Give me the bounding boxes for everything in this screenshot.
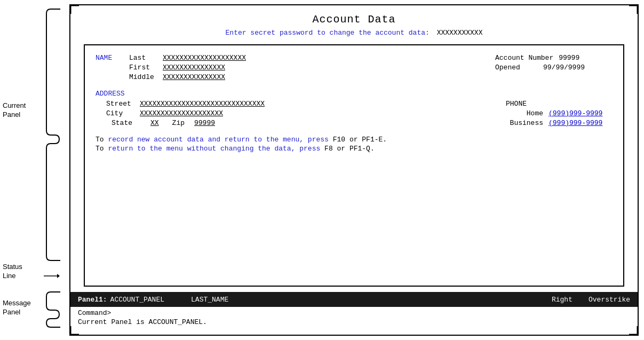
status-panel-label: Panel1: — [78, 296, 107, 304]
current-panel-brace — [45, 8, 61, 262]
instr2-key: F8 or PF1-Q. — [324, 145, 375, 153]
subtitle-row: Enter secret password to change the acco… — [84, 29, 624, 37]
corner-tl — [69, 4, 80, 15]
address-phone-row: Street XXXXXXXXXXXXXXXXXXXXXXXXXXXXXX Ci… — [96, 100, 613, 127]
street-row: Street XXXXXXXXXXXXXXXXXXXXXXXXXXXXXX — [96, 100, 265, 108]
svg-marker-1 — [57, 274, 60, 278]
name-middle-row: Middle XXXXXXXXXXXXXXX — [96, 73, 246, 81]
status-field-name: LAST_NAME — [191, 296, 552, 304]
instr2-to: To — [96, 145, 104, 153]
inner-panel: NAME Last XXXXXXXXXXXXXXXXXXXX First XXX… — [84, 44, 624, 287]
city-label: City — [106, 109, 136, 117]
state-value[interactable]: XX — [150, 119, 159, 127]
current-panel-annotation: Current Panel — [3, 101, 26, 120]
phone-label: PHONE — [506, 100, 613, 108]
business-value[interactable]: (999)999-9999 — [548, 119, 602, 127]
first-field-label: First — [129, 64, 158, 72]
name-section-label: NAME — [96, 54, 125, 62]
state-zip-row: State XX Zip 99999 — [96, 119, 265, 127]
name-fields: NAME Last XXXXXXXXXXXXXXXXXXXX First XXX… — [96, 54, 246, 81]
phone-home-row: Home (999)999-9999 — [506, 109, 613, 117]
opened-label: Opened — [495, 64, 538, 72]
middle-field-value[interactable]: XXXXXXXXXXXXXXX — [163, 73, 225, 81]
phone-business-row: Business (999)999-9999 — [506, 119, 613, 127]
city-value[interactable]: XXXXXXXXXXXXXXXXXXXX — [140, 109, 223, 117]
account-number-row: Account Number 99999 — [495, 54, 613, 62]
message-panel: Command> Current Panel is ACCOUNT_PANEL. — [70, 307, 638, 335]
status-line: Panel1: ACCOUNT_PANEL LAST_NAME Right Ov… — [70, 292, 638, 307]
subtitle-value: XXXXXXXXXXX — [437, 29, 483, 37]
address-section: ADDRESS Street XXXXXXXXXXXXXXXXXXXXXXXXX… — [96, 90, 613, 127]
status-direction: Right — [552, 296, 573, 304]
address-label: ADDRESS — [96, 90, 613, 98]
middle-field-label: Middle — [129, 73, 158, 81]
instr1-rest: record new account data and return to th… — [104, 136, 333, 144]
message-line-2: Current Panel is ACCOUNT_PANEL. — [78, 318, 630, 326]
subtitle-static: Enter secret password to change the acco… — [226, 29, 430, 37]
message-panel-brace — [45, 291, 61, 328]
account-opened-row: Opened 99/99/9999 — [495, 64, 613, 72]
last-field-label: Last — [129, 54, 158, 62]
address-fields: Street XXXXXXXXXXXXXXXXXXXXXXXXXXXXXX Ci… — [96, 100, 265, 127]
last-field-value[interactable]: XXXXXXXXXXXXXXXXXXXX — [163, 54, 246, 62]
zip-value[interactable]: 99999 — [194, 119, 215, 127]
home-label: Home — [506, 109, 543, 117]
business-label: Business — [506, 119, 543, 127]
first-field-value[interactable]: XXXXXXXXXXXXXXX — [163, 64, 225, 72]
status-panel-name: ACCOUNT_PANEL — [110, 296, 164, 304]
city-row: City XXXXXXXXXXXXXXXXXXXX — [96, 109, 265, 117]
instr2-rest: return to the menu without changing the … — [104, 145, 324, 153]
state-label: State — [112, 119, 141, 127]
message-panel-annotation: MessagePanel — [3, 299, 31, 317]
instr1-key: F10 or PF1-E. — [333, 136, 387, 144]
account-info: Account Number 99999 Opened 99/99/9999 — [495, 54, 613, 72]
status-mode: Overstrike — [589, 296, 630, 304]
message-line-1: Command> — [78, 309, 630, 317]
status-line-annotation: StatusLine — [3, 263, 22, 281]
name-first-row: First XXXXXXXXXXXXXXX — [96, 64, 246, 72]
name-last-row: NAME Last XXXXXXXXXXXXXXXXXXXX — [96, 54, 246, 62]
instructions-section: To record new account data and return to… — [96, 136, 613, 153]
corner-tr — [628, 4, 639, 15]
street-value[interactable]: XXXXXXXXXXXXXXXXXXXXXXXXXXXXXX — [140, 100, 265, 108]
opened-value: 99/99/9999 — [543, 64, 585, 72]
instruction-line-2: To return to the menu without changing t… — [96, 145, 613, 153]
account-number-value: 99999 — [559, 54, 579, 62]
corner-bl — [69, 325, 80, 336]
zip-label: Zip — [172, 119, 185, 127]
status-line-arrow — [44, 272, 60, 280]
phone-section: PHONE Home (999)999-9999 Business (999)9… — [506, 100, 613, 127]
instruction-line-1: To record new account data and return to… — [96, 136, 613, 144]
page-title: Account Data — [84, 13, 624, 26]
account-number-label: Account Number — [495, 54, 553, 62]
street-label: Street — [106, 100, 136, 108]
corner-br — [628, 325, 639, 336]
outer-panel: Account Data Enter secret password to ch… — [70, 5, 638, 292]
name-account-section: NAME Last XXXXXXXXXXXXXXXXXXXX First XXX… — [96, 54, 613, 81]
home-value[interactable]: (999)999-9999 — [548, 109, 602, 117]
instr1-to: To — [96, 136, 104, 144]
